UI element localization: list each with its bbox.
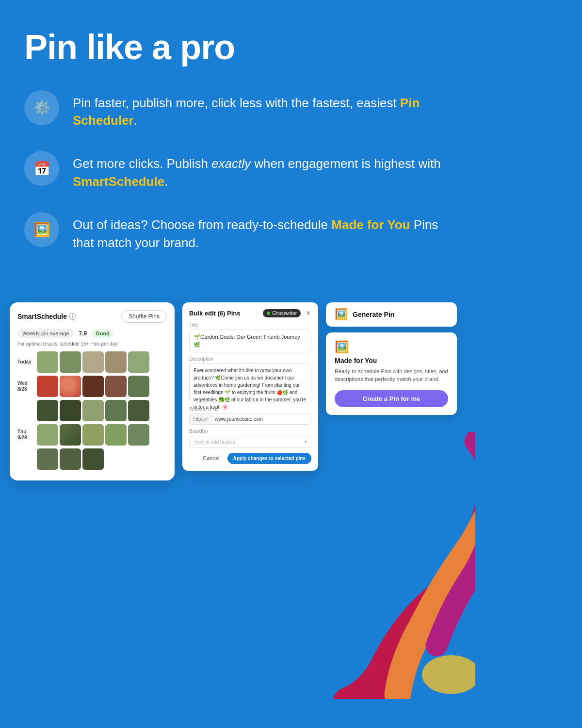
made-for-you-title: Made for You (335, 357, 448, 364)
pin-scheduler-icon: ⚙️ (24, 90, 59, 125)
schedule-row-today: Today (17, 351, 167, 373)
pin-thumb[interactable] (37, 400, 58, 421)
url-prefix: https:// (190, 414, 211, 424)
url-field-label: Website URL (189, 406, 311, 412)
pin-thumb[interactable] (105, 400, 127, 421)
title-field-value: 🌱Garden Goals: Our Green Thumb Journey 🌿 (194, 334, 300, 348)
generate-pin-card[interactable]: 🖼️ Generate Pin (326, 302, 457, 327)
made-for-you-icon: 🖼️ (24, 212, 59, 247)
generate-pin-icon: 🖼️ (335, 308, 348, 321)
schedule-row-thu: Thu8/29 (17, 424, 167, 446)
description-field-value: Ever wondered what it's like to grow you… (194, 368, 306, 410)
pin-thumb[interactable] (128, 351, 149, 373)
pin-thumb[interactable] (37, 448, 58, 470)
weekly-avg-bar: Weekly pin average 7.9 Good (17, 329, 167, 338)
feature-pin-scheduler-text: Pin faster, publish more, click less wit… (73, 90, 451, 130)
feature-smart-schedule: 📅 Get more clicks. Publish exactly when … (24, 151, 451, 190)
pin-thumbs-wed1 (37, 376, 149, 397)
schedule-row-wed2 (17, 400, 167, 421)
pin-thumb[interactable] (105, 376, 127, 397)
ghostwriter-badge: Ghostwriter (263, 309, 301, 317)
svg-point-0 (422, 655, 475, 694)
made-for-you-desc: Ready-to-schedule Pins with designs, tit… (335, 367, 448, 383)
panel-title-text: SmartSchedule (17, 313, 67, 320)
pin-thumb[interactable] (60, 400, 81, 421)
pin-thumb[interactable] (82, 400, 104, 421)
apply-changes-button[interactable]: Apply changes to selected pins (227, 453, 311, 464)
feature-made-for-you: 🖼️ Out of ideas? Choose from ready-to-sc… (24, 212, 451, 251)
pin-thumb[interactable] (60, 424, 81, 446)
info-icon[interactable]: i (69, 313, 76, 320)
pin-thumb[interactable] (60, 448, 81, 470)
good-badge: Good (92, 329, 113, 338)
bulk-edit-controls: Ghostwriter ✕ (263, 309, 311, 317)
ghostwriter-label: Ghostwriter (272, 311, 297, 316)
close-button[interactable]: ✕ (306, 309, 311, 317)
pin-thumb[interactable] (37, 376, 58, 397)
pin-thumb[interactable] (105, 351, 127, 373)
weekly-avg-value: 7.9 (79, 330, 87, 337)
pin-thumbs-wed2 (37, 400, 149, 421)
board-field-label: Board(s) (189, 429, 311, 434)
feature-made-for-you-text: Out of ideas? Choose from ready-to-sched… (73, 212, 451, 251)
weekly-avg-label: Weekly pin average (17, 329, 74, 338)
hero-section: Pin like a pro ⚙️ Pin faster, publish mo… (0, 0, 475, 293)
bulk-edit-actions: Cancel Apply changes to selected pins (189, 453, 311, 464)
pin-thumb[interactable] (37, 424, 58, 446)
cancel-button[interactable]: Cancel (199, 453, 223, 463)
day-label-thu: Thu8/29 (17, 429, 34, 441)
board-select[interactable]: Type to add boards ▾ (189, 436, 311, 448)
generate-pin-label: Generate Pin (353, 311, 394, 318)
panel-title: SmartSchedule i (17, 313, 76, 320)
bulk-edit-title: Bulk edit (6) Pins (189, 310, 240, 317)
pin-scheduler-highlight: Pin Scheduler (73, 96, 420, 128)
pin-thumbs-today (37, 351, 149, 373)
schedule-row-thu2 (17, 448, 167, 470)
mockups-area: SmartSchedule i Shuffle Pins Weekly pin … (0, 302, 475, 480)
made-for-you-card-icon: 🖼️ (335, 340, 448, 354)
ghostwriter-status-dot (267, 312, 270, 315)
url-value[interactable]: www.yourwebsite.com (211, 414, 266, 424)
bulk-edit-panel: Bulk edit (6) Pins Ghostwriter ✕ Title 🌱… (182, 302, 318, 471)
pin-thumb[interactable] (82, 424, 104, 446)
feature-smart-schedule-text: Get more clicks. Publish exactly when en… (73, 151, 451, 190)
made-for-you-highlight: Made for You (331, 217, 410, 232)
panel-header: SmartSchedule i Shuffle Pins (17, 310, 167, 323)
pin-thumb[interactable] (60, 351, 81, 373)
calendar-icon: 📅 (24, 151, 59, 186)
shuffle-pins-button[interactable]: Shuffle Pins (121, 310, 167, 323)
description-field[interactable]: Ever wondered what it's like to grow you… (189, 364, 311, 402)
smart-schedule-highlight: SmartSchedule (73, 174, 164, 189)
schedule-row-wed: Wed8/28 (17, 376, 167, 397)
bulk-edit-header: Bulk edit (6) Pins Ghostwriter ✕ (189, 309, 311, 317)
title-field-label: Title (189, 322, 311, 328)
day-label-today: Today (17, 359, 34, 365)
feature-pin-scheduler: ⚙️ Pin faster, publish more, click less … (24, 90, 451, 130)
board-chevron-icon: ▾ (305, 439, 307, 445)
pin-thumbs-thu1 (37, 424, 149, 446)
pin-thumb[interactable] (128, 400, 149, 421)
pin-thumbs-thu2 (37, 448, 104, 470)
description-field-label: Description (189, 356, 311, 362)
optimal-text: For optimal results, schedule 15+ Pins p… (17, 341, 167, 347)
pin-thumb[interactable] (128, 424, 149, 446)
create-pin-button[interactable]: Create a Pin for me (335, 390, 448, 407)
url-row: https:// www.yourwebsite.com (189, 414, 311, 425)
pin-thumb[interactable] (82, 351, 104, 373)
pin-thumb[interactable] (37, 351, 58, 373)
pin-thumb[interactable] (128, 376, 149, 397)
pin-thumb[interactable] (105, 424, 127, 446)
pin-thumb[interactable] (82, 448, 104, 470)
board-placeholder: Type to add boards (194, 439, 235, 445)
made-for-you-card: 🖼️ Made for You Ready-to-schedule Pins w… (326, 332, 457, 415)
pin-thumb[interactable] (82, 376, 104, 397)
title-field[interactable]: 🌱Garden Goals: Our Green Thumb Journey 🌿 (189, 330, 311, 352)
generate-panel-container: 🖼️ Generate Pin 🖼️ Made for You Ready-to… (326, 302, 457, 415)
pin-thumb[interactable] (60, 376, 81, 397)
hero-title: Pin like a pro (24, 29, 451, 66)
day-label-wed: Wed8/28 (17, 381, 34, 392)
smart-schedule-panel: SmartSchedule i Shuffle Pins Weekly pin … (10, 302, 175, 480)
